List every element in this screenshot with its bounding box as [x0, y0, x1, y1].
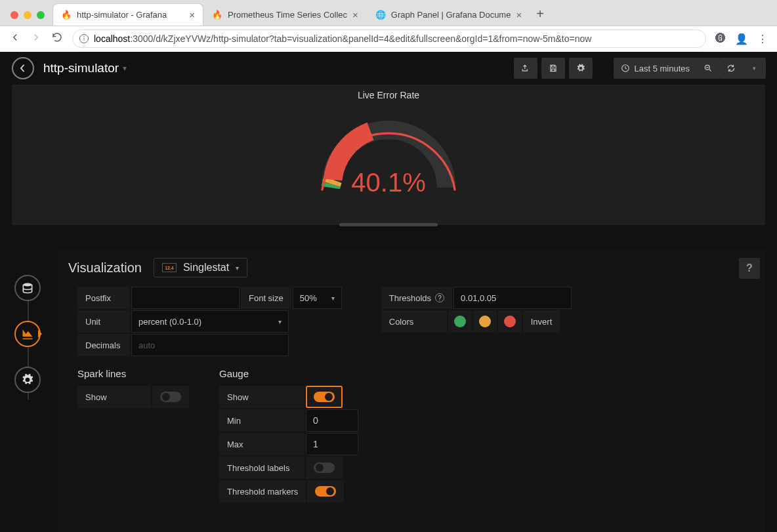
- fontsize-select[interactable]: 50%▾: [293, 287, 342, 309]
- colors-label: Colors: [381, 310, 447, 333]
- settings-button[interactable]: [569, 58, 593, 79]
- gauge-heading: Gauge: [219, 368, 358, 379]
- url-bar[interactable]: i localhost:3000/d/kZjxeYVWz/http-simula…: [72, 30, 706, 48]
- singlestat-thumb-icon: 12.4: [162, 263, 177, 272]
- fontsize-label: Font size: [241, 287, 291, 309]
- nav-general[interactable]: [14, 367, 41, 393]
- gauge-show-label: Show: [219, 386, 304, 408]
- url-host: localhost: [94, 33, 130, 44]
- globe-favicon-icon: 🌐: [375, 9, 386, 20]
- panel-resize-handle[interactable]: [339, 223, 438, 226]
- help-button[interactable]: ?: [739, 258, 760, 279]
- visualization-picker[interactable]: 12.4 Singlestat ▾: [154, 258, 247, 277]
- threshold-markers-toggle[interactable]: [307, 480, 344, 502]
- unit-select[interactable]: percent (0.0-1.0)▾: [131, 310, 289, 333]
- forward-icon[interactable]: [30, 31, 42, 46]
- nav-visualization[interactable]: [14, 321, 41, 347]
- nav-queries[interactable]: [14, 275, 41, 301]
- url-path: :3000/d/kZjxeYVWz/http-simulator?tab=vis…: [130, 33, 591, 44]
- chevron-down-icon: ▾: [236, 264, 239, 272]
- save-button[interactable]: [541, 58, 565, 79]
- share-button[interactable]: [514, 58, 537, 79]
- close-icon[interactable]: ×: [352, 9, 358, 20]
- panel-title: Live Error Rate: [12, 85, 765, 100]
- back-button[interactable]: [12, 57, 34, 79]
- editor-tab-title: Visualization: [68, 260, 142, 276]
- zoom-out-button[interactable]: [696, 58, 720, 79]
- menu-icon[interactable]: ⋮: [757, 33, 768, 45]
- thresholds-label: Thresholds?: [381, 287, 452, 309]
- postfix-input[interactable]: [131, 287, 240, 309]
- browser-tab-1[interactable]: 🔥 Prometheus Time Series Collec ×: [203, 3, 367, 26]
- color-swatch-1[interactable]: [448, 310, 472, 333]
- gauge-max-label: Max: [219, 433, 304, 455]
- threshold-labels-toggle[interactable]: [306, 457, 343, 479]
- sparklines-heading: Spark lines: [77, 368, 189, 379]
- thresholds-input[interactable]: [453, 287, 572, 309]
- gauge-min-input[interactable]: [306, 409, 358, 432]
- browser-tab-2[interactable]: 🌐 Graph Panel | Grafana Docume ×: [367, 3, 530, 26]
- close-icon[interactable]: ×: [516, 9, 522, 20]
- gauge-show-toggle[interactable]: [306, 386, 343, 408]
- threshold-markers-label: Threshold markers: [219, 480, 306, 502]
- help-icon[interactable]: ?: [435, 293, 444, 302]
- gauge-value: 40.1%: [316, 168, 461, 197]
- unit-label: Unit: [77, 310, 130, 333]
- color-swatch-3[interactable]: [498, 310, 522, 333]
- profile-icon[interactable]: 👤: [735, 33, 748, 45]
- refresh-button[interactable]: [719, 58, 743, 79]
- svg-point-2: [23, 283, 32, 287]
- time-range-button[interactable]: Last 5 minutes: [614, 58, 697, 79]
- chevron-down-icon: ▾: [123, 64, 127, 73]
- panel-preview: Live Error Rate 40.1%: [12, 85, 765, 225]
- grafana-favicon-icon: 🔥: [61, 9, 72, 20]
- back-icon[interactable]: [9, 31, 21, 46]
- decimals-input[interactable]: [131, 334, 289, 356]
- refresh-interval-button[interactable]: ▾: [742, 58, 766, 79]
- tab-title: Graph Panel | Grafana Docume: [391, 10, 511, 20]
- prometheus-favicon-icon: 🔥: [212, 9, 222, 20]
- spark-show-toggle[interactable]: [152, 386, 189, 408]
- site-info-icon[interactable]: i: [79, 34, 89, 43]
- invert-button[interactable]: Invert: [523, 310, 560, 333]
- gauge-chart: 40.1%: [316, 106, 461, 197]
- browser-tab-0[interactable]: 🔥 http-simulator - Grafana ×: [52, 3, 203, 26]
- tab-title: http-simulator - Grafana: [77, 10, 167, 20]
- translate-icon[interactable]: 🅖: [715, 33, 726, 45]
- gauge-max-input[interactable]: [306, 433, 358, 455]
- new-tab-button[interactable]: +: [530, 7, 550, 26]
- decimals-label: Decimals: [77, 334, 130, 356]
- gauge-min-label: Min: [219, 409, 304, 432]
- close-icon[interactable]: ×: [189, 9, 195, 20]
- threshold-labels-label: Threshold labels: [219, 457, 304, 479]
- reload-icon[interactable]: [51, 31, 63, 46]
- dashboard-title[interactable]: http-simulator ▾: [43, 61, 127, 75]
- color-swatch-2[interactable]: [473, 310, 497, 333]
- mac-traffic-lights[interactable]: [7, 11, 52, 26]
- spark-show-label: Show: [77, 386, 151, 408]
- postfix-label: Postfix: [77, 287, 130, 309]
- tab-title: Prometheus Time Series Collec: [228, 10, 347, 20]
